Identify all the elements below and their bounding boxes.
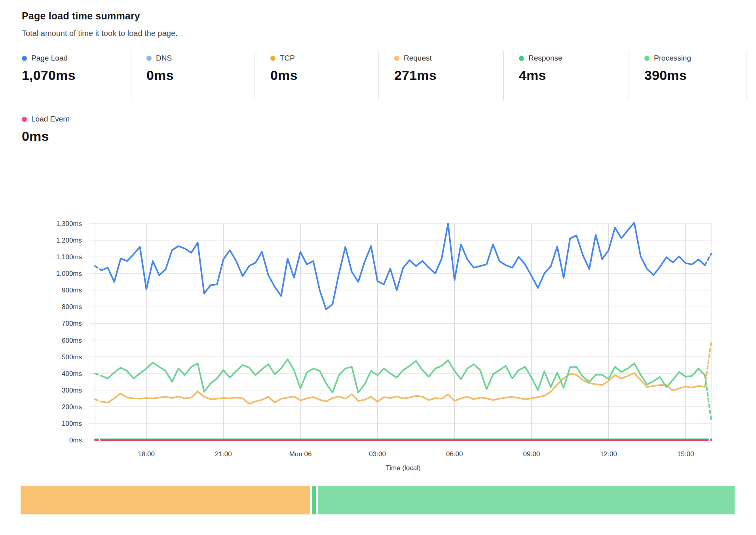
stat-load-event: Load Event 0ms: [22, 115, 69, 144]
stat-value: 4ms: [519, 68, 629, 83]
y-axis-tick-label: 200ms: [62, 403, 82, 411]
x-axis-tick-label: 03:00: [369, 450, 386, 458]
y-axis-tick-label: 100ms: [62, 420, 82, 427]
y-axis-tick-label: 1,200ms: [56, 237, 82, 244]
x-axis-tick-label: 12:00: [600, 450, 617, 458]
page-load-line: [101, 223, 705, 309]
x-axis-tick-label: 15:00: [677, 450, 694, 458]
stat-value: 0ms: [270, 68, 378, 83]
x-axis-title: Time (local): [386, 464, 420, 472]
y-axis-tick-label: 600ms: [62, 337, 82, 344]
y-axis-tick-label: 800ms: [62, 303, 82, 311]
metric-summary-row: Page Load 1,070ms DNS 0ms TCP 0ms Reques…: [22, 51, 747, 101]
stat-label: DNS: [146, 54, 255, 63]
x-axis-tick-label: 21:00: [215, 450, 232, 458]
request-line: [95, 399, 101, 402]
stat-label: Request: [394, 54, 503, 63]
page-subtitle: Total amount of time it took to load the…: [22, 29, 178, 38]
stat-value: 0ms: [22, 129, 69, 144]
processing-line: [705, 375, 711, 420]
load-time-breakdown-bar[interactable]: [21, 486, 735, 514]
bar-segment-response: [312, 486, 316, 514]
y-axis-tick-label: 300ms: [62, 387, 82, 394]
page-load-legend-dot-icon: [22, 56, 27, 61]
stat-tcp: TCP 0ms: [255, 51, 379, 101]
x-axis-tick-label: 06:00: [446, 450, 463, 458]
processing-legend-dot-icon: [644, 56, 650, 61]
y-axis-tick-label: 1,100ms: [56, 253, 82, 261]
stat-page-load: Page Load 1,070ms: [22, 51, 131, 101]
stat-label: Page Load: [22, 54, 131, 63]
stat-request: Request 271ms: [379, 51, 504, 101]
stat-label: Response: [519, 54, 629, 63]
y-axis-tick-label: 700ms: [62, 320, 82, 327]
stat-value: 0ms: [146, 68, 255, 83]
stat-label: TCP: [270, 54, 378, 63]
stat-label: Processing: [644, 54, 746, 63]
tcp-legend-dot-icon: [270, 56, 275, 61]
dns-legend-dot-icon: [146, 56, 152, 61]
page-load-line: [95, 266, 101, 270]
load-event-legend-dot-icon: [22, 117, 27, 122]
request-line: [705, 342, 711, 387]
y-axis-tick-label: 500ms: [62, 353, 82, 361]
stat-label: Load Event: [22, 115, 69, 123]
request-legend-dot-icon: [394, 56, 399, 61]
page-load-line: [705, 254, 711, 266]
y-axis-tick-label: 400ms: [62, 370, 82, 378]
stat-processing: Processing 390ms: [629, 51, 747, 101]
y-axis-tick-label: 0ms: [69, 436, 82, 444]
y-axis-tick-label: 1,000ms: [56, 270, 82, 277]
stat-response: Response 4ms: [504, 51, 629, 101]
y-axis-tick-label: 1,300ms: [56, 220, 82, 228]
stat-dns: DNS 0ms: [131, 51, 255, 101]
response-legend-dot-icon: [519, 56, 524, 61]
stat-value: 1,070ms: [22, 68, 131, 83]
page-title: Page load time summary: [22, 10, 178, 22]
chart-header: Page load time summary Total amount of t…: [22, 10, 178, 38]
bar-segment-processing: [318, 486, 735, 514]
x-axis-tick-label: Mon 06: [289, 450, 312, 458]
stat-value: 271ms: [394, 68, 503, 83]
processing-line: [95, 374, 101, 376]
x-axis-tick-label: 18:00: [138, 450, 155, 458]
bar-segment-request: [21, 486, 310, 514]
y-axis-tick-label: 900ms: [62, 286, 82, 294]
request-line: [101, 373, 705, 404]
x-axis-tick-label: 09:00: [523, 450, 540, 458]
stat-value: 390ms: [644, 68, 746, 83]
